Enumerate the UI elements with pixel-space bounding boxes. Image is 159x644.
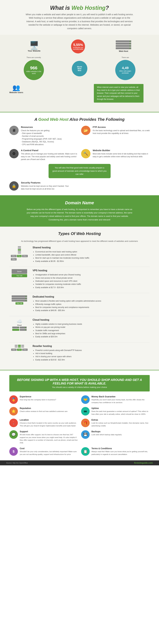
website-builder-desc: Most web hosts include some kind of site…	[93, 152, 150, 158]
ftp-title: FTP Access	[93, 126, 150, 128]
stat-pages: 4,49 billion web pages worldwide	[115, 60, 136, 80]
location-title: Location	[20, 418, 78, 421]
extras-text: Extras Look for extras such as SimpleScr…	[92, 418, 150, 427]
signup-header-title: BEFORE SIGNING UP WITH A WEB HOST, YOU S…	[12, 378, 146, 385]
money-back-desc: Hopefully you won't want your money back…	[92, 398, 150, 404]
support-text: Support All web hosts offer support, but…	[20, 430, 78, 444]
feature-ftp: 📂 FTP Access It's the basic technology u…	[81, 126, 150, 146]
security-title: Security Features	[21, 181, 71, 184]
resources-icon: 🖥	[9, 126, 18, 135]
reputation-icon: ⭐	[9, 407, 18, 416]
criteria-experience: 🏅 Experience How long has the company be…	[9, 395, 78, 404]
good-host-section: A Good Web Host Also Provides The Follow…	[0, 112, 159, 195]
shared-hosting-title: Shared hosting	[32, 246, 89, 249]
reseller-hosting-title: Reseller hosting	[32, 345, 82, 348]
vps-hosting-icon: Server Your site	[9, 269, 30, 277]
resources-desc: Check the features you are getting:- Dis…	[21, 129, 62, 146]
backups-desc: Look web which backup data regularly	[92, 433, 122, 436]
hosting-types-section: Types Of Web Hosting As technology has p…	[0, 226, 159, 370]
feature-security: 🔒 Security Features Websites must be kep…	[9, 181, 71, 190]
percent-value: 5,55%	[73, 43, 83, 47]
cost-text: Cost Shouldn't be your only consideratio…	[20, 447, 78, 456]
control-panel-desc: This allows you to manage your hosting a…	[21, 152, 78, 161]
percent-sub: of websites are currently active	[72, 47, 84, 50]
extras-icon: 🎁	[81, 418, 90, 427]
backups-title: Backups	[92, 430, 122, 433]
footer-logo: firstsiteguide.com	[134, 462, 153, 464]
good-host-title: A Good Web Host Also Provides The Follow…	[9, 117, 150, 122]
uptime-title: Uptime	[92, 407, 150, 410]
terms-text: Terms & Conditions Always read this! Mak…	[92, 447, 150, 456]
control-panel-title: A Control Panel	[21, 149, 78, 152]
backups-text: Backups Look web which backup data regul…	[92, 430, 122, 436]
support-desc: All web hosts offer support, but it's be…	[20, 433, 78, 444]
dedicated-hosting-bullets: Most valuable & flexible web hosting opt…	[32, 300, 101, 312]
criteria-location: 📍 Location Choose a host that's located …	[9, 418, 78, 427]
uptime-text: Uptime Does the web host guarantee a cer…	[92, 407, 150, 416]
cost-icon: $	[9, 447, 18, 456]
shared-hosting-item: Other You Other Other Shared hosting Eco…	[9, 246, 150, 263]
vps-hosting-title: VPS hosting	[32, 269, 81, 272]
stat-websites: 966 million websites in the world	[24, 60, 44, 80]
experience-title: Experience	[20, 395, 56, 398]
criteria-cost: $ Cost Shouldn't be your only considerat…	[9, 447, 78, 456]
reseller-hosting-bullets: Powerful control panels along with Domai…	[32, 349, 82, 362]
web-host-box: Web Host	[116, 40, 131, 52]
hosting-types-title: Types Of Web Hosting	[9, 231, 150, 236]
feature-website-builder: 🔨 Website Builder Most web hosts include…	[81, 149, 150, 161]
reputation-desc: Check online reviews to find out how sat…	[20, 410, 68, 413]
money-back-icon: 🤝	[81, 395, 90, 404]
money-back-title: Money Back Guarantee	[92, 395, 150, 398]
reputation-title: Reputation	[20, 407, 68, 410]
terms-desc: Always read this! Make sure you know wha…	[92, 450, 150, 456]
signup-header: BEFORE SIGNING UP WITH A WEB HOST, YOU S…	[9, 375, 150, 392]
website-builder-icon: 🔨	[81, 149, 90, 158]
reputation-text: Reputation Check online reviews to find …	[20, 407, 68, 413]
resources-text: Resources Check the features you are get…	[21, 126, 62, 146]
dedicated-hosting-icon: Your site	[9, 296, 30, 304]
vps-hosting-item: Server Your site VPS hosting Amalgamatio…	[9, 269, 150, 289]
center-note: You will also find that good web hosts u…	[48, 164, 110, 178]
features-grid: 🖥 Resources Check the features you are g…	[9, 126, 150, 161]
location-text: Location Choose a host that's located in…	[20, 418, 78, 427]
extras-desc: Look for extras such as SimpleScripts In…	[92, 422, 150, 427]
resources-title: Resources	[21, 126, 62, 128]
reseller-hosting-content: Reseller hosting Powerful control panels…	[32, 345, 82, 362]
signup-header-sub: You should use a variety of criteria bef…	[12, 386, 146, 388]
uptime-icon: ∞	[81, 407, 90, 416]
security-desc: Websites must be kept secure so they are…	[21, 185, 71, 190]
support-title: Support	[20, 430, 78, 433]
backups-icon: 💾	[81, 430, 90, 439]
location-desc: Choose a host that's located in the same…	[20, 422, 78, 427]
shared-hosting-content: Shared hosting Economical and the most b…	[32, 246, 89, 263]
domain-desc: Before we jump into the different types …	[25, 208, 134, 221]
criteria-support: 💬 Support All web hosts offer support, b…	[9, 430, 78, 444]
criteria-money-back: 🤝 Money Back Guarantee Hopefully you won…	[81, 395, 150, 404]
page-title: What is Web Hosting?	[9, 5, 150, 11]
ftp-icon: 📂	[81, 126, 90, 135]
footer-logo-text: firstsiteguide	[134, 462, 148, 464]
percent-badge: 5,55% of websites are currently active	[71, 40, 85, 54]
shared-hosting-icon: Other You Other Other	[9, 246, 30, 260]
diagram-desc: When internet users want to view your we…	[94, 84, 144, 102]
dedicated-hosting-item: Your site Dedicated hosting Most valuabl…	[9, 296, 150, 312]
criteria-uptime: ∞ Uptime Does the web host guarantee a c…	[81, 407, 150, 416]
vps-hosting-content: VPS hosting Amalgamation of dedicated se…	[32, 269, 81, 289]
header-intro: When you make a website and want other p…	[25, 13, 134, 30]
reseller-hosting-item: Other Your Other Reseller hosting Powerf…	[9, 345, 150, 362]
domain-section: Domain Name Before we jump into the diff…	[0, 196, 159, 226]
reseller-hosting-icon: Other Your Other	[9, 345, 30, 351]
feature-control-panel: ⚙ A Control Panel This allows you to man…	[9, 149, 78, 161]
website-users-box: 👥 Website Users	[9, 84, 23, 94]
cost-title: Cost	[20, 447, 78, 450]
cloud-hosting-item: ☁️ Cloud Cloud hosting Highly scalable s…	[9, 318, 150, 338]
cloud-hosting-bullets: Highly scalable solution to meet growing…	[32, 322, 82, 338]
cloud-hosting-title: Cloud hosting	[32, 318, 82, 321]
extras-title: Extras	[92, 418, 150, 421]
cloud-hosting-icon: ☁️ Cloud	[9, 318, 30, 331]
ftp-desc: It's the basic technology used to upload…	[93, 129, 150, 135]
criteria-reputation: ⭐ Reputation Check online reviews to fin…	[9, 407, 78, 416]
www-globe: World Wide Web	[72, 61, 87, 76]
website-builder-title: Website Builder	[93, 149, 150, 152]
footer-source: Source: http://en.OpenOffice	[6, 462, 28, 464]
